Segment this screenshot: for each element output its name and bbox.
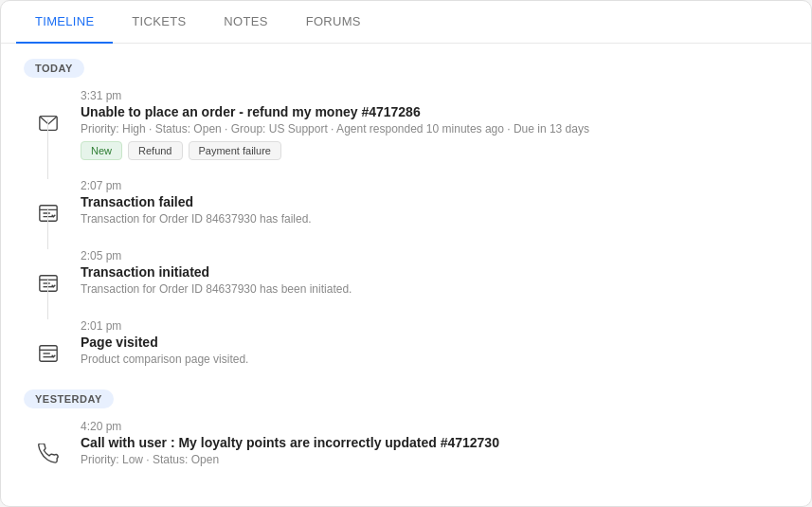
phone-icon — [38, 444, 59, 464]
item-title: Call with user : My loyalty points are i… — [81, 435, 788, 450]
timeline-item: 2:01 pmPage visitedProduct comparison pa… — [31, 319, 788, 371]
item-time: 2:01 pm — [81, 319, 788, 333]
timeline-item: 3:31 pmUnable to place an order - refund… — [31, 89, 788, 160]
item-body: 2:01 pmPage visitedProduct comparison pa… — [81, 319, 788, 366]
item-meta: Priority: Low · Status: Open — [81, 453, 788, 466]
timeline-section-0: 3:31 pmUnable to place an order - refund… — [24, 89, 788, 389]
tab-bar: TIMELINETICKETSNOTESFORUMS — [1, 1, 811, 44]
item-desc: Product comparison page visited. — [81, 353, 788, 366]
timeline-item: 2:05 pmTransaction initiatedTransaction … — [31, 249, 788, 300]
icon-wrap-transaction — [31, 336, 65, 371]
icon-wrap-transaction — [31, 196, 65, 230]
timeline-section-1: 4:20 pmCall with user : My loyalty point… — [24, 420, 788, 491]
transaction-icon — [38, 203, 59, 224]
item-meta: Priority: High · Status: Open · Group: U… — [81, 122, 788, 136]
item-title: Page visited — [81, 335, 788, 350]
item-title: Unable to place an order - refund my mon… — [81, 104, 788, 119]
item-body: 3:31 pmUnable to place an order - refund… — [81, 89, 788, 160]
tag-payment-failure[interactable]: Payment failure — [189, 141, 281, 160]
main-card: TIMELINETICKETSNOTESFORUMS TODAY 3:31 pm… — [0, 0, 812, 507]
tab-timeline[interactable]: TIMELINE — [16, 1, 113, 44]
transaction-icon — [38, 343, 59, 364]
item-time: 3:31 pm — [81, 89, 788, 102]
item-title: Transaction failed — [81, 194, 788, 209]
item-body: 4:20 pmCall with user : My loyalty point… — [81, 420, 788, 472]
item-desc: Transaction for Order ID 84637930 has fa… — [81, 212, 788, 226]
tag-new[interactable]: New — [81, 141, 122, 160]
content-area: TODAY 3:31 pmUnable to place an order - … — [1, 44, 811, 506]
transaction-icon — [38, 273, 59, 294]
item-body: 2:07 pmTransaction failedTransaction for… — [81, 179, 788, 226]
day-label-1: YESTERDAY — [24, 389, 114, 408]
item-time: 4:20 pm — [81, 420, 788, 433]
tab-notes[interactable]: NOTES — [205, 1, 286, 44]
tab-tickets[interactable]: TICKETS — [113, 1, 205, 44]
icon-wrap-transaction — [31, 266, 65, 300]
item-time: 2:07 pm — [81, 179, 788, 192]
tag-refund[interactable]: Refund — [128, 141, 182, 160]
icon-wrap-phone — [31, 437, 65, 471]
timeline-item: 2:07 pmTransaction failedTransaction for… — [31, 179, 788, 230]
icon-wrap-email — [31, 106, 65, 140]
item-body: 2:05 pmTransaction initiatedTransaction … — [81, 249, 788, 296]
item-title: Transaction initiated — [81, 264, 788, 280]
item-time: 2:05 pm — [81, 249, 788, 263]
tab-forums[interactable]: FORUMS — [287, 1, 380, 44]
day-label-0: TODAY — [24, 59, 84, 78]
email-icon — [38, 113, 59, 134]
item-desc: Transaction for Order ID 84637930 has be… — [81, 282, 788, 296]
timeline-item: 4:20 pmCall with user : My loyalty point… — [31, 420, 788, 472]
item-tags: NewRefundPayment failure — [81, 141, 788, 160]
